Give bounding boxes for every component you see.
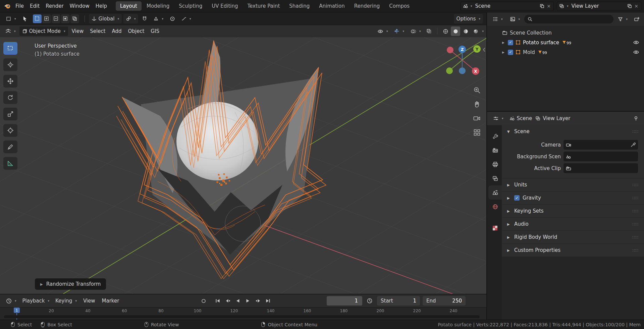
panel-grip-icon[interactable]: ∷∷	[632, 235, 639, 240]
search-input[interactable]	[534, 16, 610, 22]
outliner-display-mode-dropdown[interactable]: ▾	[507, 14, 523, 24]
object-checkbox[interactable]: ✓	[508, 50, 513, 55]
pan-hand-icon[interactable]	[473, 100, 481, 108]
panel-gravity[interactable]: ▶ ✓ Gravity ∷∷	[502, 191, 644, 204]
new-view-layer-icon[interactable]	[627, 4, 632, 8]
timeline-editor-dropdown[interactable]: ▾	[3, 296, 19, 306]
active-tool-dropdown[interactable]: ▾	[3, 14, 19, 23]
menu-window[interactable]: Window	[67, 1, 93, 11]
start-frame-field[interactable]: Start 1	[377, 296, 420, 306]
tool-transform[interactable]	[3, 124, 17, 137]
new-collection-button[interactable]	[632, 14, 641, 24]
xray-toggle[interactable]	[424, 26, 434, 36]
redo-panel[interactable]: ▶ Randomize Transform	[35, 278, 106, 290]
collection-name[interactable]: Scene Collection	[510, 30, 552, 36]
transform-orientation-dropdown[interactable]: Global ▾	[89, 14, 122, 23]
pivot-point-dropdown[interactable]: ▾	[123, 14, 139, 23]
tab-scene[interactable]	[488, 185, 502, 200]
next-keyframe-button[interactable]	[254, 297, 263, 305]
expand-icon[interactable]: ▶	[502, 41, 505, 44]
tab-tool[interactable]	[488, 129, 502, 143]
select-mode-invert[interactable]	[61, 14, 70, 23]
jump-to-start-button[interactable]	[213, 297, 222, 305]
viewport-3d[interactable]: User Perspective (1) Potato surface	[0, 37, 486, 294]
panel-grip-icon[interactable]: ∷∷	[632, 196, 639, 201]
eyedropper-icon[interactable]	[631, 142, 636, 147]
pin-icon[interactable]	[631, 114, 641, 123]
snap-toggle[interactable]	[140, 14, 149, 23]
camera-field[interactable]	[564, 140, 638, 150]
shading-solid[interactable]	[451, 26, 460, 36]
panel-grip-icon[interactable]: ∷∷	[632, 209, 639, 214]
menu-file[interactable]: File	[12, 1, 27, 11]
timeline-scrollbar[interactable]	[4, 315, 480, 318]
tool-scale[interactable]	[3, 108, 17, 120]
view-layer-browse-dropdown-icon[interactable]: ▾	[567, 4, 569, 8]
panel-grip-icon[interactable]: ∷∷	[632, 129, 639, 134]
viewport-menu-object[interactable]: Object	[125, 27, 147, 36]
menu-edit[interactable]: Edit	[27, 1, 43, 11]
workspace-tab-shading[interactable]: Shading	[285, 1, 314, 11]
prev-keyframe-button[interactable]	[223, 297, 232, 305]
viewport-menu-gis[interactable]: GIS	[148, 27, 162, 36]
object-checkbox[interactable]: ✓	[508, 40, 513, 45]
panel-keying-sets[interactable]: ▶ Keying Sets ∷∷	[502, 205, 644, 217]
background-scene-field[interactable]	[564, 152, 638, 161]
new-scene-icon[interactable]	[540, 4, 544, 8]
visibility-eye-icon[interactable]	[633, 50, 639, 55]
viewport-menu-add[interactable]: Add	[109, 27, 124, 36]
menu-render[interactable]: Render	[43, 1, 66, 11]
expand-icon[interactable]: ▶	[502, 51, 505, 54]
select-mode-intersect[interactable]	[70, 14, 79, 23]
breadcrumb-scene[interactable]: Scene	[509, 115, 532, 121]
remove-view-layer-icon[interactable]: ×	[634, 3, 639, 9]
auto-keying-toggle[interactable]	[199, 297, 208, 305]
filter-dropdown[interactable]: ▾	[615, 14, 630, 24]
tab-output[interactable]	[488, 157, 502, 171]
jump-to-end-button[interactable]	[264, 297, 273, 305]
overlays-dropdown[interactable]: ▾	[408, 26, 424, 36]
visibility-eye-icon[interactable]	[633, 40, 639, 45]
scene-browse-dropdown-icon[interactable]: ▾	[471, 4, 472, 8]
object-name[interactable]: Potato surface	[523, 40, 559, 46]
tool-select-box[interactable]	[3, 42, 17, 55]
navigation-gizmo[interactable]: Z Y X	[445, 45, 482, 77]
panel-units[interactable]: ▶ Units ∷∷	[502, 178, 644, 191]
breadcrumb-view-layer[interactable]: View Layer	[535, 115, 570, 121]
mode-dropdown[interactable]: Object Mode ▾	[19, 26, 68, 36]
tab-texture[interactable]	[488, 221, 502, 235]
play-reverse-button[interactable]	[233, 297, 243, 305]
shading-wireframe[interactable]	[441, 26, 450, 36]
timeline-menu-view[interactable]: View	[80, 296, 98, 306]
keying-dropdown[interactable]: Keying ▾	[53, 296, 79, 306]
playback-dropdown[interactable]: Playback ▾	[20, 296, 52, 306]
tweak-tool-icon[interactable]	[20, 14, 30, 23]
panel-grip-icon[interactable]: ∷∷	[632, 182, 639, 187]
panel-custom-properties[interactable]: ▶ Custom Properties ∷∷	[502, 244, 644, 257]
view-layer-selector[interactable]: ▾ View Layer ×	[557, 2, 641, 11]
shading-rendered[interactable]	[471, 26, 480, 36]
panel-grip-icon[interactable]: ∷∷	[632, 248, 639, 253]
tab-world[interactable]	[488, 200, 502, 214]
end-frame-field[interactable]: End 250	[423, 296, 466, 306]
tool-measure[interactable]	[3, 157, 17, 170]
tab-render[interactable]	[488, 143, 502, 157]
play-button[interactable]	[244, 297, 253, 305]
panel-rigid-body-world[interactable]: ▶ Rigid Body World ∷∷	[502, 231, 644, 243]
workspace-tab-rendering[interactable]: Rendering	[350, 1, 384, 11]
zoom-icon[interactable]	[473, 86, 481, 94]
viewport-menu-view[interactable]: View	[69, 27, 87, 36]
workspace-tab-uv-editing[interactable]: UV Editing	[207, 1, 242, 11]
menu-help[interactable]: Help	[93, 1, 110, 11]
select-mode-subtract[interactable]	[52, 14, 60, 23]
outliner-row-object[interactable]: ▶ ✓ Potato surface 99	[487, 38, 644, 47]
camera-view-icon[interactable]	[473, 114, 481, 122]
object-name[interactable]: Mold	[523, 49, 535, 55]
timeline-strip[interactable]: 20 40 60 80 100 120 140 160 180 200 220 …	[0, 307, 486, 320]
editor-type-dropdown[interactable]: ▾	[3, 26, 18, 36]
timeline-menu-marker[interactable]: Marker	[99, 296, 122, 306]
scene-name[interactable]: Scene	[474, 3, 538, 9]
gizmos-dropdown[interactable]: ▾	[391, 26, 407, 36]
workspace-tab-sculpting[interactable]: Sculpting	[174, 1, 207, 11]
tool-rotate[interactable]	[3, 91, 17, 104]
